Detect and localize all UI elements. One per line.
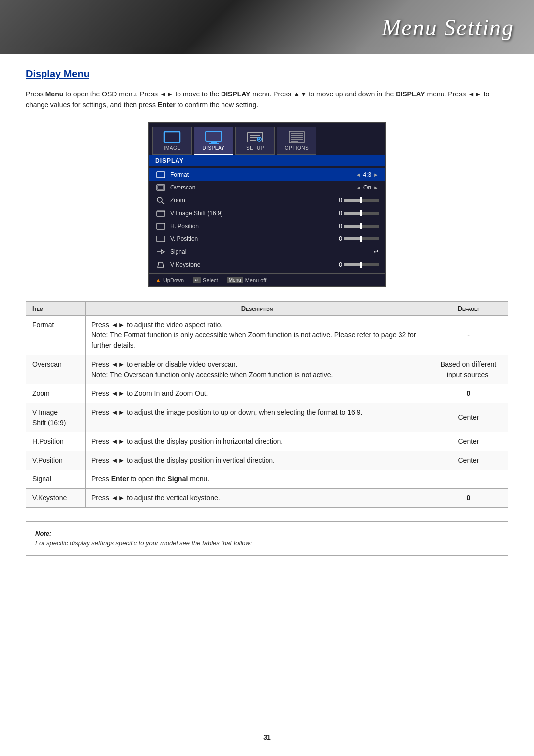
osd-footer-menuoff: Menu Menu off [227,277,267,283]
svg-rect-4 [211,141,217,143]
table-row: Format Press ◄► to adjust the video aspe… [26,315,508,355]
svg-line-22 [162,202,164,204]
table-cell-default: - [429,315,508,355]
osd-item-zoom: Zoom 0 [149,194,385,207]
table-cell-description: Press ◄► to adjust the vertical keystone… [86,488,429,507]
table-cell-item: H.Position [26,432,86,451]
table-cell-default: Center [429,403,508,432]
svg-point-21 [157,197,162,202]
svg-point-11 [258,138,260,140]
options-tab-icon [288,130,306,144]
image-tab-label: IMAGE [164,145,181,151]
osd-footer-select: ↵ Select [193,277,218,283]
signal-icon [155,247,166,256]
overscan-icon [155,183,166,192]
osd-menu-box: IMAGE DISPLAY [148,122,386,287]
table-cell-description: Press ◄► to Zoom In and Zoom Out. [86,384,429,403]
page-footer: 31 [0,730,534,741]
table-cell-description: Press Enter to open the Signal menu. [86,470,429,488]
table-header-description: Description [86,301,429,315]
osd-item-signal: Signal ↵ [149,245,385,258]
note-box: Note: For specific display settings spec… [26,521,508,556]
table-cell-description: Press ◄► to adjust the display position … [86,432,429,451]
options-tab-label: OPTIONS [285,145,309,151]
display-tab-label: DISPLAY [203,145,225,151]
hpos-icon [155,222,166,231]
osd-item-hposition: H. Position 0 [149,220,385,233]
svg-rect-26 [157,236,165,242]
osd-tab-display: DISPLAY [194,127,233,155]
keystone-icon [155,260,166,269]
table-cell-item: Format [26,315,86,355]
vimage-icon [155,209,166,218]
table-cell-default: 0 [429,384,508,403]
svg-rect-20 [158,186,164,189]
osd-tab-setup: SETUP [235,127,275,155]
osd-tabs: IMAGE DISPLAY [149,123,385,155]
osd-display-header: DISPLAY [149,155,385,166]
osd-item-keystone: V Keystone 0 [149,258,385,271]
table-cell-default: Based on different input sources. [429,355,508,384]
svg-rect-3 [206,131,222,141]
svg-marker-27 [158,262,164,267]
table-header-item: Item [26,301,86,315]
format-icon [155,170,166,179]
zoom-icon [155,196,166,205]
svg-rect-25 [157,223,165,229]
osd-item-overscan: Overscan ◄ On ► [149,181,385,194]
osd-footer-updown: ▲ UpDown [155,277,184,284]
svg-rect-18 [157,172,165,178]
osd-item-vimage: V Image Shift (16:9) 0 [149,207,385,220]
vpos-icon [155,235,166,243]
table-cell-description: Press ◄► to enable or disable video over… [86,355,429,384]
table-cell-description: Press ◄► to adjust the image position to… [86,403,429,432]
table-row: V.Keystone Press ◄► to adjust the vertic… [26,488,508,507]
table-row: V.Position Press ◄► to adjust the displa… [26,451,508,470]
table-header-default: Default [429,301,508,315]
section-title: Display Menu [26,68,508,80]
page-header: Menu Setting [0,0,534,54]
table-cell-item: Zoom [26,384,86,403]
table-cell-description: Press ◄► to adjust the display position … [86,451,429,470]
table-cell-item: V.Position [26,451,86,470]
svg-rect-1 [165,133,179,142]
osd-footer: ▲ UpDown ↵ Select Menu Menu off [149,273,385,286]
table-cell-description: Press ◄► to adjust the video aspect rati… [86,315,429,355]
osd-tab-image: IMAGE [152,127,192,155]
osd-item-vposition: V. Position 0 [149,233,385,245]
svg-rect-5 [209,143,219,144]
main-content: Display Menu Press Menu to open the OSD … [0,54,534,590]
svg-rect-23 [157,211,165,216]
display-tab-icon [205,130,222,144]
osd-item-format: Format ◄ 4:3 ► [149,168,385,181]
setup-tab-icon [246,130,264,144]
intro-text: Press Menu to open the OSD menu. Press ◄… [26,89,508,111]
note-text: For specific display settings specific t… [35,539,252,547]
table-cell-item: V.Keystone [26,488,86,507]
setup-tab-label: SETUP [246,145,264,151]
table-row: Signal Press Enter to open the Signal me… [26,470,508,488]
table-row: H.Position Press ◄► to adjust the displa… [26,432,508,451]
osd-menu-items: Format ◄ 4:3 ► Overscan [149,166,385,273]
osd-screenshot: IMAGE DISPLAY [26,122,508,287]
table-row: Overscan Press ◄► to enable or disable v… [26,355,508,384]
table-cell-item: Signal [26,470,86,488]
table-cell-default: Center [429,432,508,451]
table-cell-default [429,470,508,488]
osd-tab-options: OPTIONS [277,127,316,155]
page-title: Menu Setting [382,14,514,41]
table-cell-item: V ImageShift (16:9) [26,403,86,432]
note-label: Note: [35,530,51,537]
table-cell-default: Center [429,451,508,470]
table-row: V ImageShift (16:9) Press ◄► to adjust t… [26,403,508,432]
table-cell-item: Overscan [26,355,86,384]
footer-line [26,730,508,730]
table-cell-default: 0 [429,488,508,507]
table-row: Zoom Press ◄► to Zoom In and Zoom Out. 0 [26,384,508,403]
settings-table: Item Description Default Format Press ◄►… [26,301,508,508]
image-tab-icon [163,130,181,144]
page-number: 31 [263,733,271,741]
